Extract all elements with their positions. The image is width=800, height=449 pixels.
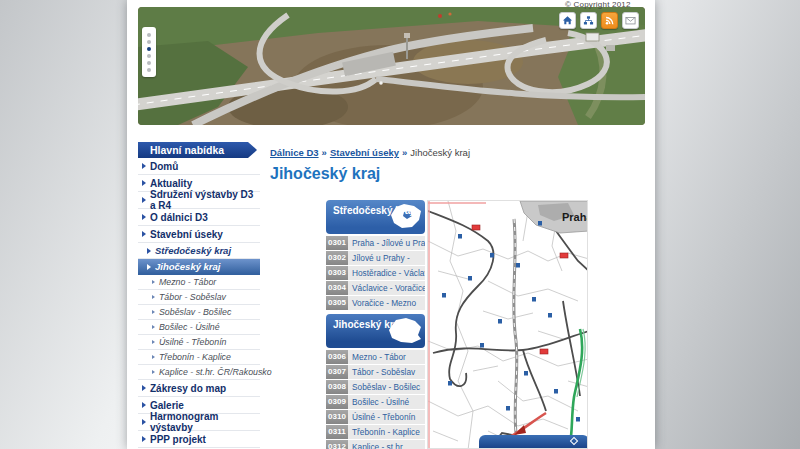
section-label: Úsilné - Třebonín — [348, 410, 425, 424]
region-header-stredocesky[interactable]: Středočeský kraj — [326, 200, 425, 234]
section-label: Soběslav - Bošilec — [348, 380, 425, 394]
bullet-arrow-icon — [152, 340, 155, 344]
section-code: 0303 — [326, 266, 348, 280]
sidebar-item-mezno-tabor[interactable]: Mezno - Tábor — [138, 275, 260, 290]
section-label: Voračice - Mezno — [348, 296, 425, 310]
rss-icon — [603, 14, 616, 27]
sidebar-item-jihocesky-kraj[interactable]: Jihočeský kraj — [138, 259, 260, 275]
section-row-0310[interactable]: 0310 Úsilné - Třebonín — [326, 410, 425, 424]
section-label: Hostěradice - Václavice — [348, 266, 425, 280]
bullet-arrow-icon — [147, 248, 151, 254]
region-header-jihocesky[interactable]: Jihočeský kraj — [326, 314, 425, 348]
road-map[interactable]: Praha — [427, 200, 588, 449]
pager-dot-active[interactable] — [147, 47, 151, 51]
content-card: © Copyright 2012 — [127, 0, 655, 449]
bullet-arrow-icon — [152, 355, 155, 359]
section-code: 0305 — [326, 296, 348, 310]
section-label: Mezno - Tábor — [348, 350, 425, 364]
pager-dot[interactable] — [147, 54, 151, 58]
section-code: 0309 — [326, 395, 348, 409]
section-code: 0311 — [326, 425, 348, 439]
sidebar-item-bosilec-usilne[interactable]: Bošilec - Úsilné — [138, 320, 260, 335]
copyright-text: © Copyright 2012 — [565, 0, 631, 9]
hero-slideshow — [138, 7, 645, 125]
bullet-arrow-icon — [152, 370, 155, 374]
bullet-arrow-icon — [142, 214, 146, 220]
breadcrumb: Dálnice D3»Stavební úseky»Jihočeský kraj — [270, 147, 470, 158]
section-row-0312[interactable]: 0312 Kaplice - st.hr. — [326, 440, 425, 449]
page-title: Jihočeský kraj — [270, 165, 380, 183]
section-label: Kaplice - st.hr. — [348, 440, 425, 449]
sidebar-item-stredocesky-kraj[interactable]: Středočeský kraj — [138, 243, 260, 259]
sidebar-item-sdruzeni-vystavby[interactable]: Sdružení výstavby D3 a R4 — [138, 192, 260, 209]
sidebar-navigation: Hlavní nabídka Domů Aktuality Sdružení v… — [138, 142, 260, 448]
home-button[interactable] — [559, 12, 576, 29]
section-row-0301[interactable]: 0301 Praha - Jílové u Prahy — [326, 236, 425, 250]
section-row-0308[interactable]: 0308 Soběslav - Bošilec — [326, 380, 425, 394]
sidebar-item-tabor-sobeslav[interactable]: Tábor - Soběslav — [138, 290, 260, 305]
sidebar-item-zakresy-do-map[interactable]: Zákresy do map — [138, 380, 260, 397]
bullet-arrow-icon — [142, 402, 146, 408]
section-row-0304[interactable]: 0304 Václavice - Voračice — [326, 281, 425, 295]
home-icon — [561, 14, 574, 27]
sidebar-item-o-dalnici-d3[interactable]: O dálnici D3 — [138, 209, 260, 226]
breadcrumb-link-stavebni-useky[interactable]: Stavební úseky — [330, 147, 399, 158]
sitemap-button[interactable] — [580, 12, 597, 29]
section-code: 0306 — [326, 350, 348, 364]
section-row-0302[interactable]: 0302 Jílové u Prahy - — [326, 251, 425, 265]
bullet-arrow-icon — [152, 295, 155, 299]
bullet-arrow-icon — [142, 231, 146, 237]
section-label: Bošilec - Úsilné — [348, 395, 425, 409]
section-code: 0307 — [326, 365, 348, 379]
sidebar-item-stavebni-useky[interactable]: Stavební úseky — [138, 226, 260, 243]
sidebar-item-trebonin-kaplice[interactable]: Třebonín - Kaplice — [138, 350, 260, 365]
sections-panel: Středočeský kraj 0301 Praha - Jílové u P… — [326, 200, 425, 449]
email-icon — [624, 14, 637, 27]
rss-button[interactable] — [601, 12, 618, 29]
pager-dot[interactable] — [147, 40, 151, 44]
region-map-icon — [388, 317, 422, 344]
pager-dot[interactable] — [147, 68, 151, 72]
section-row-0311[interactable]: 0311 Třebonín - Kaplice — [326, 425, 425, 439]
section-row-0303[interactable]: 0303 Hostěradice - Václavice — [326, 266, 425, 280]
map-caption-banner — [479, 435, 588, 448]
road-map-image: Praha — [428, 201, 588, 449]
bullet-arrow-icon — [142, 385, 146, 391]
diamond-icon — [570, 437, 578, 445]
section-label: Jílové u Prahy - — [348, 251, 425, 265]
breadcrumb-link-dalnice-d3[interactable]: Dálnice D3 — [270, 147, 319, 158]
map-city-label: Praha — [562, 211, 588, 223]
sidebar-item-domu[interactable]: Domů — [138, 158, 260, 175]
section-row-0305[interactable]: 0305 Voračice - Mezno — [326, 296, 425, 310]
section-label: Třebonín - Kaplice — [348, 425, 425, 439]
region-map-icon — [390, 203, 422, 230]
breadcrumb-separator: » — [402, 147, 407, 158]
sidebar-item-kaplice-st-hr[interactable]: Kaplice - st.hr. ČR/Rakousko — [138, 365, 260, 380]
pager-dot[interactable] — [147, 33, 151, 37]
bullet-arrow-icon — [142, 436, 146, 442]
sidebar-item-ppp-projekt[interactable]: PPP projekt — [138, 431, 260, 448]
section-row-0307[interactable]: 0307 Tábor - Soběslav — [326, 365, 425, 379]
bullet-arrow-icon — [152, 325, 155, 329]
section-row-0309[interactable]: 0309 Bošilec - Úsilné — [326, 395, 425, 409]
sidebar-item-usilne-trebonin[interactable]: Úsilné - Třebonín — [138, 335, 260, 350]
sidebar-menu: Domů Aktuality Sdružení výstavby D3 a R4… — [138, 158, 260, 448]
slideshow-pager — [142, 27, 156, 77]
sidebar-item-sobeslav-bosilec[interactable]: Soběslav - Bošilec — [138, 305, 260, 320]
section-code: 0312 — [326, 440, 348, 449]
bullet-arrow-icon — [152, 280, 155, 284]
sitemap-icon — [582, 14, 595, 27]
section-row-0306[interactable]: 0306 Mezno - Tábor — [326, 350, 425, 364]
section-label: Václavice - Voračice — [348, 281, 425, 295]
section-label: Tábor - Soběslav — [348, 365, 425, 379]
bullet-arrow-icon — [142, 163, 146, 169]
sidebar-item-harmonogram-vystavby[interactable]: Harmonogram výstavby — [138, 414, 260, 431]
bullet-arrow-icon — [142, 197, 146, 203]
pager-dot[interactable] — [147, 61, 151, 65]
quick-links — [559, 12, 639, 29]
section-code: 0308 — [326, 380, 348, 394]
sidebar-title: Hlavní nabídka — [138, 142, 257, 158]
section-code: 0310 — [326, 410, 348, 424]
email-button[interactable] — [622, 12, 639, 29]
section-code: 0304 — [326, 281, 348, 295]
